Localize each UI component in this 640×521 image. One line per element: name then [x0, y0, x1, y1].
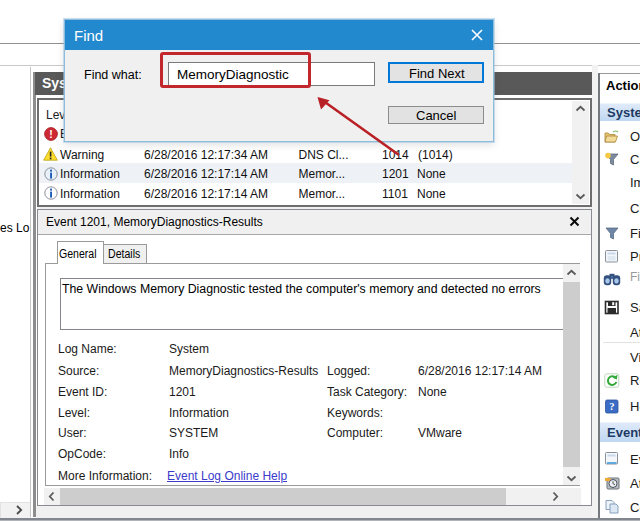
svg-text:?: ?	[609, 401, 614, 412]
svg-text:!: !	[49, 128, 53, 140]
